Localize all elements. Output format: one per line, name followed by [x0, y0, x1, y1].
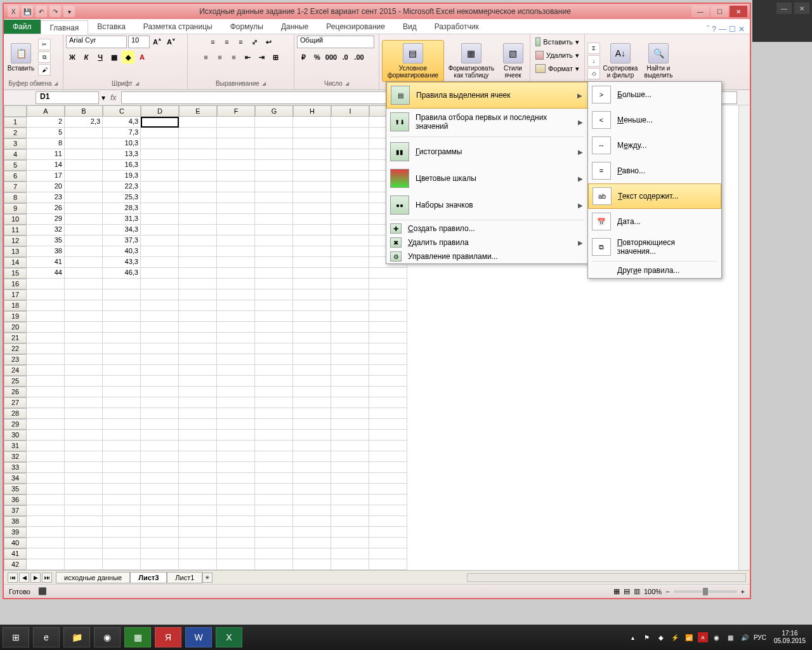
tray-volume-icon[interactable]: 🔊	[740, 632, 750, 642]
cell[interactable]	[255, 182, 293, 192]
cell[interactable]	[369, 311, 407, 322]
cell[interactable]	[293, 203, 331, 214]
cell[interactable]	[179, 516, 217, 527]
row-header[interactable]: 11	[4, 225, 27, 235]
cell[interactable]	[293, 257, 331, 268]
cell[interactable]	[141, 473, 179, 484]
cell[interactable]	[369, 451, 407, 462]
zoom-out-icon[interactable]: −	[665, 588, 669, 595]
cell[interactable]	[217, 333, 255, 343]
tray-icon[interactable]: ▦	[726, 632, 736, 642]
cell[interactable]	[255, 149, 293, 160]
cell[interactable]	[27, 527, 65, 538]
cell[interactable]	[27, 462, 65, 473]
cell[interactable]	[103, 300, 141, 311]
tab-view[interactable]: Вид	[394, 20, 426, 34]
cell[interactable]	[103, 462, 141, 473]
row-header[interactable]: 3	[4, 138, 27, 149]
col-header[interactable]: D	[141, 105, 179, 117]
submenu-duplicate-values[interactable]: ⧉Повторяющиеся значения...	[588, 234, 721, 260]
cell[interactable]	[293, 333, 331, 343]
ribbon-min-icon[interactable]: ˆ	[707, 25, 709, 34]
cell[interactable]	[65, 494, 103, 505]
cell[interactable]	[331, 182, 369, 192]
tray-flag-icon[interactable]: ⚑	[642, 632, 652, 642]
cell[interactable]	[293, 376, 331, 387]
cell[interactable]	[141, 235, 179, 246]
cell[interactable]	[179, 451, 217, 462]
cell[interactable]	[255, 376, 293, 387]
cell[interactable]	[65, 138, 103, 149]
row-header[interactable]: 31	[4, 441, 27, 451]
cell[interactable]	[255, 203, 293, 214]
cell[interactable]	[369, 397, 407, 408]
cell[interactable]	[331, 279, 369, 289]
cell[interactable]	[27, 494, 65, 505]
cell[interactable]	[293, 387, 331, 397]
cell[interactable]: 17	[27, 171, 65, 182]
cell[interactable]: 31,3	[103, 214, 141, 225]
copy-icon[interactable]: ⧉	[38, 51, 51, 63]
cell[interactable]	[65, 214, 103, 225]
cell[interactable]	[179, 138, 217, 149]
cells-insert-button[interactable]: Вставить ▾	[533, 36, 582, 48]
row-header[interactable]: 27	[4, 397, 27, 408]
cell[interactable]: 34,3	[103, 225, 141, 235]
row-header[interactable]: 32	[4, 451, 27, 462]
submenu-greater-than[interactable]: >Больше...	[588, 82, 721, 107]
row-header[interactable]: 35	[4, 484, 27, 494]
cell[interactable]	[27, 289, 65, 300]
cell[interactable]	[293, 322, 331, 333]
cell[interactable]	[217, 430, 255, 441]
maximize-button[interactable]: ☐	[710, 6, 728, 17]
row-header[interactable]: 23	[4, 354, 27, 365]
cell[interactable]	[331, 300, 369, 311]
cell[interactable]	[217, 419, 255, 430]
submenu-text-contains[interactable]: abТекст содержит...	[588, 183, 721, 209]
cell[interactable]	[293, 484, 331, 494]
italic-button[interactable]: К	[80, 51, 93, 63]
doc-close-icon[interactable]: ✕	[738, 25, 745, 34]
cell[interactable]	[293, 289, 331, 300]
row-header[interactable]: 36	[4, 494, 27, 505]
cell[interactable]	[331, 343, 369, 354]
cells-format-button[interactable]: Формат ▾	[533, 62, 582, 75]
row-header[interactable]: 21	[4, 333, 27, 343]
cell[interactable]	[103, 473, 141, 484]
menu-data-bars[interactable]: ▮▮ ГГистограммыистограммы ▶	[386, 138, 588, 165]
row-header[interactable]: 16	[4, 279, 27, 289]
cell[interactable]	[293, 171, 331, 182]
view-break-icon[interactable]: ▥	[634, 587, 640, 595]
cell[interactable]: 13,3	[103, 149, 141, 160]
cell[interactable]	[65, 149, 103, 160]
cell[interactable]	[217, 138, 255, 149]
cell[interactable]	[103, 441, 141, 451]
cell[interactable]	[179, 160, 217, 171]
cell[interactable]	[27, 311, 65, 322]
cell[interactable]	[255, 462, 293, 473]
cell[interactable]	[293, 192, 331, 203]
cell[interactable]	[27, 451, 65, 462]
cell[interactable]	[255, 117, 293, 128]
cell[interactable]	[255, 235, 293, 246]
cell[interactable]	[293, 225, 331, 235]
cell[interactable]	[141, 430, 179, 441]
cell[interactable]	[179, 171, 217, 182]
cell[interactable]	[179, 300, 217, 311]
merge-icon[interactable]: ⊞	[270, 51, 282, 63]
cell[interactable]	[141, 268, 179, 279]
cell[interactable]	[217, 171, 255, 182]
cell[interactable]	[65, 128, 103, 138]
taskbar-ie-icon[interactable]: e	[33, 627, 60, 647]
taskbar-explorer-icon[interactable]: 📁	[63, 627, 90, 647]
cell[interactable]	[255, 397, 293, 408]
cell[interactable]: 28,3	[103, 203, 141, 214]
orientation-icon[interactable]: ⤢	[249, 36, 261, 48]
cell[interactable]	[369, 300, 407, 311]
cell[interactable]	[293, 494, 331, 505]
submenu-less-than[interactable]: <Меньше...	[588, 107, 721, 133]
cell[interactable]	[331, 387, 369, 397]
cell[interactable]	[293, 138, 331, 149]
cell[interactable]	[369, 376, 407, 387]
row-header[interactable]: 17	[4, 289, 27, 300]
